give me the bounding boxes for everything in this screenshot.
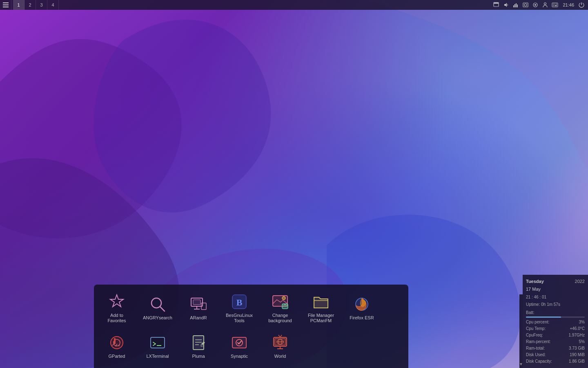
cpu-percent-value: 3% xyxy=(579,319,585,325)
cpu-percent-label: Cpu percent: xyxy=(526,319,549,325)
menu-button[interactable] xyxy=(0,0,11,10)
workspace-3-button[interactable]: 3 xyxy=(36,0,47,10)
app-row-2: GParted LXTerminal xyxy=(97,328,405,365)
record-icon[interactable] xyxy=(531,0,540,9)
svg-rect-11 xyxy=(552,3,558,7)
equalizer-icon[interactable] xyxy=(511,0,520,9)
disk-used-value: 190 MiB xyxy=(570,352,585,358)
svg-rect-15 xyxy=(553,5,554,6)
taskbar-clock[interactable]: 21:46 xyxy=(560,2,577,7)
svg-rect-22 xyxy=(193,300,200,305)
ram-percent-row: Ram-percent: 5% xyxy=(526,339,585,345)
ram-total-row: Ram-total: 3.73 GiB xyxy=(526,345,585,352)
app-lxterminal[interactable]: LXTerminal xyxy=(138,328,177,365)
arandr-label: ARandR xyxy=(190,315,207,321)
stats-uptime: Uptime: 0h 1m 57s xyxy=(526,301,585,308)
workspace-switcher: 1 2 3 4 xyxy=(13,0,59,10)
workspace-2-button[interactable]: 2 xyxy=(24,0,36,10)
batt-bar-container xyxy=(526,316,585,318)
svg-point-10 xyxy=(544,3,546,5)
firefox-icon xyxy=(352,295,371,314)
volume-icon[interactable] xyxy=(501,0,510,9)
svg-point-9 xyxy=(535,4,536,6)
gparted-icon xyxy=(107,333,126,352)
stats-widget: Tuesday 2022 17 May 21 : 46 : 01 Uptime:… xyxy=(523,275,588,368)
svg-rect-37 xyxy=(193,336,204,350)
cpu-temp-label: Cpu Temp: xyxy=(526,325,546,332)
lxterminal-label: LXTerminal xyxy=(146,354,169,359)
workspace-1-button[interactable]: 1 xyxy=(13,0,24,10)
svg-rect-4 xyxy=(516,3,517,7)
app-file-manager[interactable]: File ManagerPCManFM xyxy=(301,289,341,326)
svg-rect-2 xyxy=(513,5,514,7)
app-row-1: Add toFavorites ANGRYsearch xyxy=(97,289,405,326)
svg-marker-18 xyxy=(110,295,123,307)
hamburger-icon xyxy=(3,2,9,7)
window-manager-icon[interactable] xyxy=(492,0,501,9)
keyboard-icon[interactable] xyxy=(550,0,559,9)
batt-bar xyxy=(526,316,561,318)
app-gparted[interactable]: GParted xyxy=(97,328,136,365)
cpu-percent-row: Cpu percent: 3% xyxy=(526,319,585,325)
desktop: 1 2 3 4 xyxy=(0,0,588,368)
app-arandr[interactable]: ARandR xyxy=(179,289,218,326)
svg-text:B: B xyxy=(236,297,243,307)
app-change-background[interactable]: Changebackground xyxy=(261,289,300,326)
svg-rect-34 xyxy=(114,338,116,344)
stats-day-name: Tuesday xyxy=(526,278,544,285)
app-besgnulinux-tools[interactable]: B BesGnuLinuxTools xyxy=(220,289,259,326)
app-synaptic[interactable]: Synaptic xyxy=(220,328,259,365)
cpu-freq-value: 1.97GHz xyxy=(569,332,585,339)
besgnulinux-icon: B xyxy=(230,292,249,311)
svg-rect-41 xyxy=(232,337,246,348)
disk-capacity-row: Disk Capacity: 1.86 GiB xyxy=(526,358,585,365)
app-angrysearch[interactable]: ANGRYsearch xyxy=(138,289,177,326)
svg-rect-3 xyxy=(514,4,515,7)
app-pluma[interactable]: Pluma xyxy=(179,328,218,365)
launcher-scrollbar[interactable]: ▼ xyxy=(519,294,523,368)
arandr-icon xyxy=(189,295,208,314)
world-icon xyxy=(271,333,290,352)
angrysearch-icon xyxy=(148,295,167,314)
change-background-icon xyxy=(271,292,290,311)
stats-header: Tuesday 2022 xyxy=(526,278,585,285)
batt-label: Batt: xyxy=(526,310,535,316)
pluma-label: Pluma xyxy=(192,354,205,359)
disk-capacity-label: Disk Capacity: xyxy=(526,358,552,365)
svg-rect-12 xyxy=(553,4,554,4)
svg-rect-5 xyxy=(517,4,518,7)
svg-rect-14 xyxy=(556,4,557,4)
app-world[interactable]: World xyxy=(261,328,300,365)
app-firefox[interactable]: Firefox ESR xyxy=(342,289,381,326)
file-manager-label: File ManagerPCManFM xyxy=(308,313,334,323)
app-add-to-favorites[interactable]: Add toFavorites xyxy=(97,289,136,326)
besgnulinux-label: BesGnuLinuxTools xyxy=(226,313,253,323)
svg-rect-35 xyxy=(151,337,165,348)
stats-time: 21 : 46 : 01 xyxy=(526,294,585,301)
pluma-icon xyxy=(189,333,208,352)
power-button[interactable] xyxy=(577,1,586,9)
ram-total-label: Ram-total: xyxy=(526,345,545,352)
app-launcher: Add toFavorites ANGRYsearch xyxy=(94,285,408,368)
user-icon[interactable] xyxy=(541,0,550,9)
svg-rect-16 xyxy=(555,5,556,6)
disk-used-label: Disk Used: xyxy=(526,352,546,358)
disk-used-row: Disk Used: 190 MiB xyxy=(526,352,585,358)
stats-year: 2022 xyxy=(575,278,585,285)
file-manager-icon xyxy=(312,292,330,311)
cpu-temp-value: +46.0°C xyxy=(570,325,585,332)
ram-percent-value: 5% xyxy=(579,339,585,345)
svg-point-7 xyxy=(524,4,527,6)
svg-rect-17 xyxy=(556,5,557,6)
svg-point-32 xyxy=(111,337,123,349)
change-background-label: Changebackground xyxy=(268,313,292,323)
screenshot-icon[interactable] xyxy=(521,0,530,9)
stats-date: 17 May xyxy=(526,286,585,293)
cpu-freq-label: CpuFreq: xyxy=(526,332,543,339)
workspace-4-button[interactable]: 4 xyxy=(47,0,59,10)
ram-total-value: 3.73 GiB xyxy=(569,345,585,352)
add-to-favorites-icon xyxy=(107,292,126,311)
disk-capacity-value: 1.86 GiB xyxy=(569,358,585,365)
taskbar: 1 2 3 4 xyxy=(0,0,588,10)
world-label: World xyxy=(274,354,286,359)
